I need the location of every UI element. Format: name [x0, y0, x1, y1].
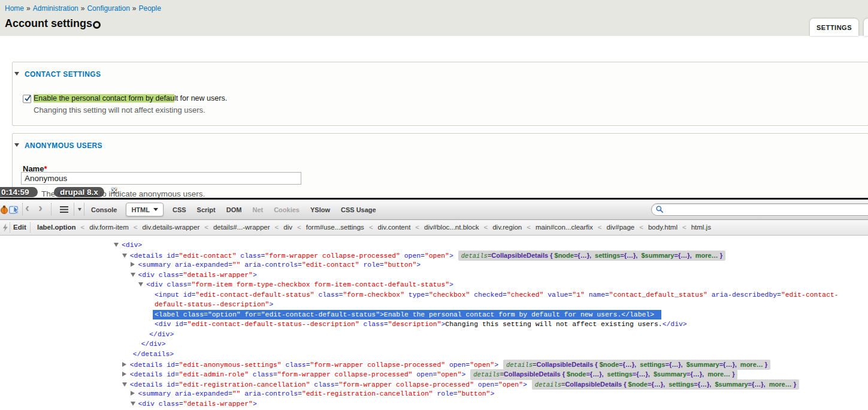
path-item-html-js[interactable]: html.js — [691, 224, 711, 231]
firebug-tab-css[interactable]: CSS — [167, 206, 192, 213]
tree-row[interactable]: <details id="edit-contact" class="form-w… — [0, 251, 868, 261]
dom-object-annotation[interactable]: details=CollapsibleDetails { $node={…}, … — [532, 379, 799, 390]
back-icon[interactable]: ‹ — [25, 200, 29, 215]
text-token: Changing this setting will not affect ex… — [445, 321, 662, 328]
path-separator: < — [81, 224, 85, 231]
tree-row[interactable]: <summary aria-expanded="" aria-controls=… — [0, 389, 868, 399]
tree-row[interactable]: </div> — [0, 339, 868, 349]
tree-row[interactable]: <label class="option" for="edit-contact-… — [0, 310, 868, 320]
tab-settings[interactable]: SETTINGS — [810, 19, 858, 36]
help-icon[interactable] — [93, 21, 101, 29]
firebug-tab-dom[interactable]: DOM — [221, 206, 247, 213]
firebug-icon[interactable] — [0, 205, 8, 214]
path-item-label-option[interactable]: label.option — [37, 224, 76, 231]
annotation-token: settings — [595, 252, 620, 259]
dropdown-icon[interactable] — [78, 208, 81, 211]
path-item-div-details-wrapper[interactable]: div.details-wrapper — [143, 224, 200, 231]
tag-token: </details> — [133, 351, 174, 358]
tag-token: type= — [404, 291, 429, 299]
path-item-div-page[interactable]: div#page — [607, 224, 635, 231]
node-line: <details id="edit-contact" class="form-w… — [130, 252, 453, 260]
path-item-div[interactable]: div — [283, 224, 292, 231]
twisty-collapsed-icon[interactable] — [131, 389, 138, 399]
firebug-tab-script[interactable]: Script — [192, 206, 221, 213]
selected-node-line: <label class="option" for="edit-contact-… — [153, 310, 661, 320]
path-item-div-region[interactable]: div.region — [492, 224, 522, 231]
path-item-body-html[interactable]: body.html — [648, 224, 678, 231]
tab-label: CSS — [173, 206, 186, 213]
tree-row[interactable]: </div> — [0, 330, 868, 340]
dom-object-annotation[interactable]: details=CollapsibleDetails { $node={…}, … — [458, 251, 725, 261]
search-input[interactable] — [651, 203, 868, 216]
tree-row[interactable]: <details id="edit-registration-cancellat… — [0, 379, 868, 390]
tree-row[interactable]: <details id="edit-admin-role" class="for… — [0, 369, 868, 379]
twisty-collapsed-icon[interactable] — [122, 370, 130, 380]
firebug-tab-console[interactable]: Console — [86, 206, 122, 213]
tree-row[interactable]: <summary aria-expanded="" aria-controls=… — [0, 260, 868, 270]
twisty-expanded-icon[interactable] — [131, 270, 138, 281]
contact-checkbox-label[interactable]: Enable the personal contact form by defa… — [34, 94, 227, 103]
node-line: <div class="details-wrapper"> — [138, 400, 257, 408]
path-item-div-bloc-nt-block[interactable]: div#bloc...nt.block — [424, 224, 479, 231]
tree-row[interactable]: <input id="edit-contact-default-status" … — [0, 290, 868, 300]
path-item-div-form-item[interactable]: div.form-item — [89, 224, 129, 231]
twisty-expanded-icon[interactable] — [131, 399, 138, 409]
firebug-tab-css-usage[interactable]: CSS Usage — [335, 206, 382, 213]
contact-settings-summary[interactable]: CONTACT SETTINGS — [14, 70, 101, 79]
anonymous-users-fieldset: ANONYMOUS USERS Name* The name used to i… — [12, 133, 868, 199]
tree-row[interactable]: <div> — [0, 240, 868, 251]
annotation-token: ={…}, — [686, 370, 704, 378]
tree-row[interactable]: <div class="details-wrapper"> — [0, 270, 868, 281]
edit-button[interactable]: Edit — [13, 224, 26, 231]
page-title: Account settings — [5, 17, 92, 30]
tree-row[interactable]: <div class="details-wrapper"> — [0, 399, 868, 409]
twisty-collapsed-icon[interactable] — [122, 360, 130, 370]
tag-token: > — [461, 371, 465, 378]
path-item-div-content[interactable]: div.content — [378, 224, 411, 231]
firebug-tab-net[interactable]: Net — [247, 206, 268, 213]
lightning-icon[interactable] — [2, 224, 8, 232]
node-line: <input id="edit-contact-default-status" … — [155, 291, 839, 299]
breadcrumb-link-administration[interactable]: Administration — [33, 4, 78, 13]
tag-token: > — [253, 272, 257, 279]
twisty-expanded-icon[interactable] — [122, 380, 130, 390]
firebug-tab-cookies[interactable]: Cookies — [268, 206, 305, 213]
annotation-token: more… — [707, 370, 730, 378]
annotation-token: } — [792, 381, 796, 388]
anonymous-users-summary[interactable]: ANONYMOUS USERS — [14, 141, 102, 150]
twisty-expanded-icon[interactable] — [114, 240, 122, 251]
list-icon[interactable] — [60, 206, 68, 207]
annotation-token: details — [473, 371, 500, 378]
annotation-token: $summary — [715, 381, 748, 388]
path-item-main-con-clearfix[interactable]: main#con...clearfix — [536, 224, 593, 231]
attr-value-token: "open" — [425, 252, 449, 260]
twisty-expanded-icon[interactable] — [122, 251, 130, 261]
breadcrumb-link-people[interactable]: People — [139, 4, 161, 13]
inspect-icon[interactable] — [9, 204, 21, 215]
name-input[interactable] — [21, 172, 301, 185]
path-item-details-wrapper[interactable]: details#...-wrapper — [213, 224, 270, 231]
contact-default-checkbox[interactable] — [23, 95, 31, 103]
breadcrumb-link-home[interactable]: Home — [5, 4, 24, 13]
dom-object-annotation[interactable]: details=CollapsibleDetails { $node={…}, … — [503, 360, 770, 370]
twisty-expanded-icon[interactable] — [138, 280, 146, 290]
firebug-tab-html[interactable]: HTML — [126, 203, 164, 216]
annotation-token: { — [548, 252, 554, 259]
annotation-token: ={…}, — [719, 361, 737, 368]
tree-row[interactable]: <div class="form-item form-type-checkbox… — [0, 280, 868, 290]
path-item-form-use-settings[interactable]: form#use...settings — [306, 224, 364, 231]
tab-label: Script — [197, 206, 216, 213]
forward-icon[interactable]: › — [38, 200, 43, 215]
firebug-tab-yslow[interactable]: YSlow — [305, 206, 335, 213]
twisty-collapsed-icon[interactable] — [131, 260, 138, 270]
dom-object-annotation[interactable]: details=CollapsibleDetails { $node={…}, … — [470, 369, 737, 380]
overlay-close-icon[interactable]: × — [111, 185, 117, 196]
tag-token: > — [449, 281, 453, 288]
breadcrumb-link-configuration[interactable]: Configuration — [87, 4, 129, 13]
tree-row[interactable]: <details id="edit-anonymous-settings" cl… — [0, 360, 868, 370]
tree-row[interactable]: default-status--description"> — [0, 300, 868, 310]
annotation-token: { — [561, 370, 567, 378]
tree-row[interactable]: </details> — [0, 349, 868, 360]
tree-row[interactable]: <div id="edit-contact-default-status--de… — [0, 319, 868, 330]
tag-token: > — [416, 261, 421, 269]
